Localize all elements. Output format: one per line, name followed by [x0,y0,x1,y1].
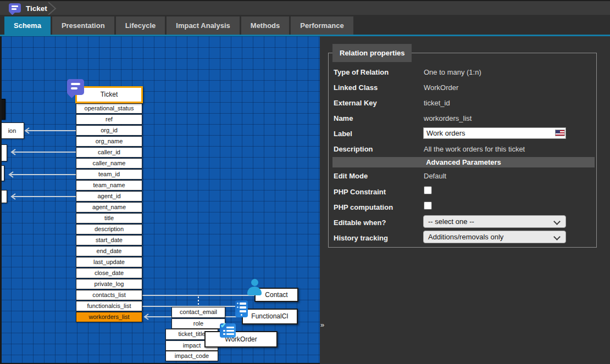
class-field-row[interactable]: start_date [76,235,142,245]
php-constraint-label: PHP Constraint [334,187,422,197]
editable-when-selected-value: -- select one -- [428,217,474,226]
field-box-contact-email[interactable]: contact_email [171,307,225,318]
functionalci-class-box[interactable]: FunctionalCI [242,309,298,324]
history-tracking-select[interactable]: Additions/removals only [423,231,566,243]
name-value: workorders_list [424,114,589,124]
class-field-row[interactable]: agent_name [76,202,142,212]
class-field-row[interactable]: end_date [76,246,142,256]
chevron-down-icon [553,218,561,225]
label-label: Label [334,129,422,139]
field-box-impact-code[interactable]: impact_code [165,351,218,361]
tab-presentation[interactable]: Presentation [52,16,114,35]
edit-mode-label: Edit Mode [334,171,422,181]
class-field-row[interactable]: team_name [76,180,142,191]
history-tracking-label: History tracking [334,233,422,243]
checklist-icon: ✔ [220,323,236,338]
class-field-row[interactable]: caller_name [76,158,142,169]
tab-methods[interactable]: Methods [241,16,289,35]
partial-class-box-organization[interactable]: ion [0,122,24,139]
tab-impact-analysis[interactable]: Impact Analysis [167,16,240,35]
ticket-chat-icon [9,3,21,13]
field-box-role[interactable]: role [171,318,225,329]
name-label: Name [334,114,422,124]
chevron-down-icon [553,233,561,240]
class-field-row[interactable]: org_name [76,136,142,147]
class-field-row[interactable]: agent_id [76,191,142,201]
breadcrumb[interactable]: Ticket [26,1,47,16]
class-field-row[interactable]: private_log [76,279,142,289]
class-field-row[interactable]: last_update [76,257,142,267]
class-field-row[interactable]: operational_status [76,103,142,114]
tab-strip: Schema Presentation Lifecycle Impact Ana… [4,16,353,35]
canvas-left-border [0,36,2,364]
tab-performance[interactable]: Performance [291,16,353,35]
class-field-row[interactable]: workorders_list [76,312,142,322]
ticket-class-header[interactable]: Ticket [75,86,143,103]
php-computation-checkbox[interactable] [424,201,432,210]
ticket-field-list: operational_statusreforg_idorg_namecalle… [76,103,142,323]
type-of-relation-label: Type of Relation [334,68,422,77]
breadcrumb-chevron-icon [47,2,57,15]
class-field-row[interactable]: description [76,224,142,234]
editable-when-label: Editable when? [334,218,422,228]
person-icon [247,279,262,296]
class-field-row[interactable]: org_id [76,125,142,136]
panel-expander-chevron[interactable]: » [320,321,324,329]
linked-class-label: Linked Class [334,83,422,93]
description-value: All the work orders for this ticket [424,144,589,154]
class-field-row[interactable]: team_id [76,169,142,180]
php-computation-label: PHP computation [334,203,422,212]
tab-lifecycle[interactable]: Lifecycle [116,16,165,35]
tab-schema[interactable]: Schema [4,16,51,35]
class-field-row[interactable]: contacts_list [76,290,142,300]
schema-canvas[interactable]: ion Ticket operational_statusreforg_idor… [0,36,320,364]
label-input[interactable] [423,127,566,139]
class-field-row[interactable]: functionalcis_list [76,301,142,311]
ticket-class-icon [67,79,84,95]
advanced-parameters-section: Advanced Parameters [332,157,595,167]
language-flag-icon[interactable] [555,130,565,136]
history-tracking-selected-value: Additions/removals only [428,233,503,241]
edit-mode-value: Default [424,171,589,181]
server-icon [235,300,248,317]
editable-when-select[interactable]: -- select one -- [423,215,566,228]
workorder-class-box[interactable]: WorkOrder [204,331,278,348]
external-key-label: External Key [334,98,422,108]
class-field-row[interactable]: caller_id [76,147,142,158]
type-of-relation-value: One to many (1:n) [424,68,589,77]
panel-header: Relation properties [332,44,412,62]
php-constraint-checkbox[interactable] [424,186,432,194]
linked-class-value: WorkOrder [424,83,589,93]
title-bar: Ticket [0,0,610,15]
class-field-row[interactable]: close_date [76,268,142,278]
external-key-value: ticket_id [424,98,589,108]
class-field-row[interactable]: ref [76,114,142,125]
description-label: Description [334,144,422,154]
class-field-row[interactable]: title [76,213,142,223]
